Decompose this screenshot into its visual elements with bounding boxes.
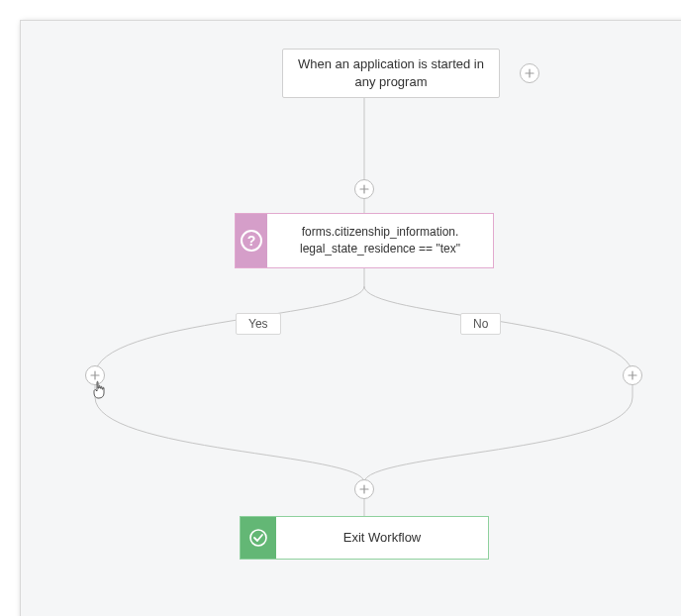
exit-icon-bar: [241, 517, 276, 559]
add-step-before-exit-button[interactable]: [354, 479, 374, 499]
branch-label-yes: Yes: [236, 313, 281, 335]
add-step-no-branch-button[interactable]: [623, 365, 642, 385]
plus-icon: [628, 370, 637, 380]
svg-point-5: [250, 530, 266, 546]
check-circle-icon: [248, 528, 268, 548]
condition-node[interactable]: ? forms.citizenship_information. legal_s…: [235, 213, 494, 268]
plus-icon: [359, 484, 369, 494]
condition-expression: forms.citizenship_information. legal_sta…: [267, 214, 493, 267]
plus-icon: [359, 184, 369, 194]
trigger-label: When an application is started in any pr…: [283, 50, 499, 97]
workflow-canvas: When an application is started in any pr…: [20, 20, 681, 616]
plus-icon: [90, 370, 100, 380]
question-icon: ?: [241, 230, 262, 252]
condition-icon-bar: ?: [236, 214, 267, 267]
plus-icon: [525, 68, 535, 78]
branch-label-no: No: [460, 313, 501, 335]
exit-label: Exit Workflow: [276, 517, 488, 559]
add-step-mid-button[interactable]: [354, 179, 374, 199]
trigger-node[interactable]: When an application is started in any pr…: [282, 49, 500, 98]
exit-node[interactable]: Exit Workflow: [240, 516, 489, 560]
add-step-after-trigger-button[interactable]: [520, 63, 539, 83]
add-step-yes-branch-button[interactable]: [85, 365, 105, 385]
